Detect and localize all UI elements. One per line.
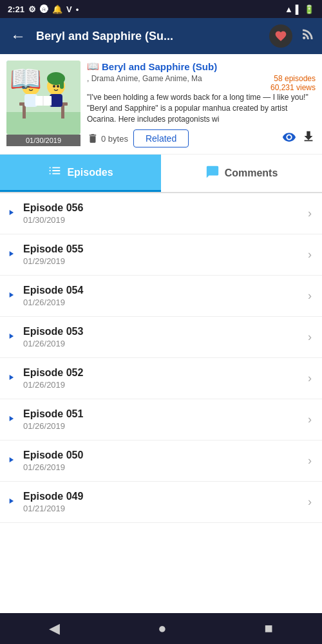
download-icon (301, 129, 316, 144)
tab-comments-label: Comments (225, 167, 278, 179)
episode-title: Episode 050 (23, 450, 308, 461)
episode-title: Episode 052 (23, 367, 308, 379)
status-time: 2:21 (8, 5, 24, 14)
tabs-bar: Episodes Comments (0, 155, 322, 193)
play-icon (6, 497, 15, 508)
signal-icon: ▌ (296, 5, 301, 14)
view-count: 60,231 views (270, 83, 316, 92)
episode-date: 01/26/2019 (23, 339, 308, 348)
play-icon (6, 332, 15, 343)
series-tags: , Drama Anime, Game Anime, Ma (87, 74, 202, 89)
chevron-right-icon: › (308, 248, 312, 261)
episode-title: Episode 055 (23, 243, 308, 255)
play-icon (6, 290, 15, 302)
episode-item[interactable]: Episode 051 01/26/2019 › (0, 399, 322, 440)
notification-icon: 🔔 (52, 5, 62, 14)
delete-button[interactable]: 0 bytes (87, 133, 128, 144)
episode-info: Episode 055 01/29/2019 (23, 243, 308, 266)
battery-icon: 🔋 (304, 5, 314, 14)
favorite-button[interactable] (269, 24, 292, 48)
rss-icon (300, 26, 316, 42)
play-icon (6, 373, 15, 384)
episode-info: Episode 049 01/21/2019 (23, 491, 308, 513)
episode-title: Episode 051 (23, 408, 308, 420)
episode-date: 01/30/2019 (23, 215, 308, 225)
eye-button[interactable] (282, 130, 296, 147)
status-right: ▲ ▌ 🔋 (285, 5, 314, 14)
book-icon: 📖 (87, 61, 99, 72)
top-bar: ← Beryl and Sapphire (Su... (0, 18, 322, 54)
series-title: 📖 Beryl and Sapphire (Sub) (87, 61, 217, 72)
chevron-right-icon: › (308, 207, 312, 220)
episode-date: 01/21/2019 (23, 504, 308, 513)
episode-info: Episode 050 01/26/2019 (23, 450, 308, 472)
episode-date: 01/26/2019 (23, 380, 308, 390)
bottom-nav: ◀ ● ■ (0, 613, 322, 644)
episode-list: Episode 056 01/30/2019 › Episode 055 01/… (0, 193, 322, 626)
series-stats: 58 episodes 60,231 views (270, 74, 316, 92)
back-button[interactable]: ← (6, 24, 30, 48)
episode-item[interactable]: Episode 052 01/26/2019 › (0, 358, 322, 399)
nav-back-button[interactable]: ◀ (44, 615, 65, 642)
heart-icon (274, 30, 287, 43)
episode-info: Episode 056 01/30/2019 (23, 202, 308, 225)
comments-chat-icon (205, 165, 220, 179)
episode-item[interactable]: Episode 049 01/21/2019 › (0, 482, 322, 523)
chevron-right-icon: › (308, 372, 312, 385)
rss-button[interactable] (300, 26, 316, 46)
nav-recents-button[interactable]: ■ (260, 615, 278, 642)
episode-title: Episode 056 (23, 202, 308, 214)
svg-rect-13 (60, 79, 64, 89)
chevron-right-icon: › (308, 495, 312, 509)
series-title-text: Beryl and Sapphire (Sub) (102, 61, 217, 72)
chevron-right-icon: › (308, 413, 312, 426)
episode-title: Episode 054 (23, 285, 308, 296)
status-left: 2:21 ⚙ 🅐 🔔 V • (8, 5, 79, 14)
episode-item[interactable]: Episode 056 01/30/2019 › (0, 193, 322, 234)
episode-date: 01/26/2019 (23, 298, 308, 307)
top-bar-actions (269, 24, 316, 48)
episode-date: 01/26/2019 (23, 462, 308, 472)
info-content: 📖 Beryl and Sapphire (Sub) , Drama Anime… (87, 61, 316, 147)
episode-count: 58 episodes (270, 74, 316, 83)
episode-item[interactable]: Episode 050 01/26/2019 › (0, 440, 322, 482)
svg-point-14 (53, 85, 55, 88)
play-icon (6, 208, 15, 220)
related-button[interactable]: Related (133, 129, 189, 147)
chevron-right-icon: › (308, 454, 312, 468)
vpn-icon: V (66, 5, 72, 14)
episode-item[interactable]: Episode 055 01/29/2019 › (0, 234, 322, 276)
svg-point-9 (32, 85, 34, 88)
episode-info: Episode 053 01/26/2019 (23, 326, 308, 348)
tab-episodes[interactable]: Episodes (0, 155, 161, 192)
chevron-right-icon: › (308, 289, 312, 303)
bytes-label: 0 bytes (101, 134, 128, 144)
play-icon (6, 455, 15, 467)
episode-item[interactable]: Episode 054 01/26/2019 › (0, 276, 322, 317)
cover-artwork (6, 61, 80, 135)
cover-container: 01/30/2019 (6, 61, 80, 144)
settings-icon: ⚙ (28, 5, 36, 14)
account-icon: 🅐 (40, 5, 48, 14)
svg-point-15 (57, 85, 59, 88)
eye-icon (282, 130, 296, 144)
episode-item[interactable]: Episode 053 01/26/2019 › (0, 317, 322, 358)
play-icon (6, 414, 15, 426)
svg-rect-4 (61, 106, 64, 118)
tab-comments[interactable]: Comments (161, 155, 322, 192)
cover-image (6, 61, 80, 135)
trash-icon (87, 133, 99, 144)
svg-rect-3 (23, 106, 26, 118)
episode-info: Episode 052 01/26/2019 (23, 367, 308, 390)
page-title: Beryl and Sapphire (Su... (36, 30, 263, 43)
play-icon (6, 249, 15, 261)
cover-date: 01/30/2019 (6, 135, 80, 146)
episode-title: Episode 049 (23, 491, 308, 502)
episodes-list-icon (48, 164, 62, 178)
chevron-right-icon: › (308, 330, 312, 344)
series-info-section: 01/30/2019 📖 Beryl and Sapphire (Sub) , … (0, 54, 322, 155)
svg-rect-7 (22, 79, 26, 89)
status-bar: 2:21 ⚙ 🅐 🔔 V • ▲ ▌ 🔋 (0, 0, 322, 18)
download-button[interactable] (301, 129, 316, 147)
nav-home-button[interactable]: ● (153, 615, 171, 642)
